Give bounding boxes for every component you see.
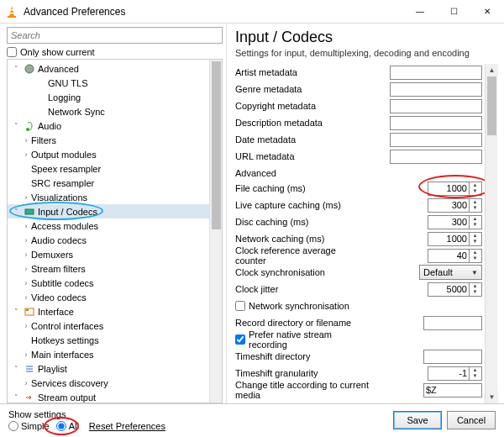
only-show-current-label: Only show current (20, 47, 95, 57)
tree-item-label[interactable]: Playlist (38, 364, 67, 374)
setting-label: Clock jitter (235, 284, 368, 294)
expander-icon[interactable]: › (21, 222, 31, 230)
window-title: Advanced Preferences (24, 6, 403, 18)
tree-item-label[interactable]: Main interfaces (31, 350, 94, 360)
svg-rect-5 (25, 209, 34, 214)
settings-scrollbar[interactable]: ▲ ▼ (485, 64, 497, 403)
timeshift-gran-spinner[interactable]: ▲▼ (428, 366, 482, 381)
tree-item-label[interactable]: Speex resampler (31, 164, 101, 174)
expander-icon[interactable]: ˅ (11, 208, 21, 216)
expander-icon[interactable]: ˅ (11, 308, 21, 316)
tree-item-label[interactable]: Subtitle codecs (31, 278, 94, 288)
expander-icon[interactable]: › (21, 236, 31, 245)
tree-scrollbar[interactable] (209, 60, 222, 403)
tree-item-label[interactable]: Output modules (31, 150, 97, 160)
copyright-metadata-input[interactable] (390, 99, 482, 113)
url-metadata-input[interactable] (390, 150, 482, 164)
interface-icon (24, 306, 35, 318)
reset-preferences-link[interactable]: Reset Preferences (89, 421, 165, 431)
setting-label: Date metadata (235, 134, 368, 145)
tree-item-label[interactable]: Visualizations (31, 192, 87, 203)
tree-item-label[interactable]: Stream output (38, 392, 96, 403)
setting-label: Disc caching (ms) (235, 217, 368, 227)
close-button[interactable]: ✕ (470, 0, 504, 24)
cancel-button[interactable]: Cancel (447, 411, 496, 429)
only-show-current-checkbox[interactable] (7, 47, 17, 57)
svg-rect-0 (8, 16, 16, 18)
expander-icon[interactable]: ˅ (11, 365, 21, 373)
panel-subtitle: Settings for input, demultiplexing, deco… (235, 48, 497, 58)
save-button[interactable]: Save (393, 411, 442, 429)
chevron-down-icon: ▼ (471, 269, 478, 276)
gear-icon (24, 63, 35, 75)
expander-icon[interactable]: › (21, 279, 31, 287)
expander-icon[interactable]: ˅ (11, 122, 21, 130)
expander-icon[interactable]: › (21, 293, 31, 302)
svg-rect-1 (10, 9, 13, 11)
expander-icon[interactable]: ˅ (11, 65, 21, 73)
clock-ref-avg-spinner[interactable]: ▲▼ (428, 249, 482, 263)
live-capture-caching-spinner[interactable]: ▲▼ (428, 198, 482, 213)
setting-label: Change title according to current media (235, 380, 393, 400)
disc-caching-spinner[interactable]: ▲▼ (428, 215, 482, 229)
svg-rect-2 (10, 13, 14, 14)
clock-sync-select[interactable]: Default▼ (419, 265, 482, 280)
preferences-tree[interactable]: ˅Advanced GNU TLS Logging Network Sync ˅… (7, 59, 223, 403)
clock-jitter-spinner[interactable]: ▲▼ (428, 282, 482, 297)
prefer-native-checkbox[interactable] (235, 334, 245, 345)
expander-icon[interactable]: › (21, 379, 31, 387)
network-sync-checkbox[interactable] (235, 301, 245, 311)
scroll-up-icon[interactable]: ▲ (486, 64, 498, 76)
file-caching-spinner[interactable]: ▲▼ (428, 182, 482, 196)
tree-item-label[interactable]: Advanced (38, 64, 79, 74)
expander-icon[interactable]: › (21, 350, 31, 359)
playlist-icon (24, 363, 35, 375)
change-title-input[interactable] (423, 383, 482, 398)
timeshift-dir-input[interactable] (423, 350, 482, 364)
tree-item-label[interactable]: Stream filters (31, 264, 86, 274)
expander-icon[interactable]: ˅ (11, 393, 21, 402)
tree-item-label[interactable]: Audio codecs (31, 235, 87, 245)
tree-item-label[interactable]: Video codecs (31, 292, 87, 303)
search-input[interactable] (7, 27, 223, 44)
tree-item-label[interactable]: Access modules (31, 221, 98, 231)
expander-icon[interactable]: › (21, 193, 31, 202)
svg-point-3 (25, 65, 34, 73)
setting-label: Artist metadata (235, 67, 368, 77)
tree-item-label[interactable]: Control interfaces (31, 321, 103, 331)
scroll-down-icon[interactable]: ▼ (486, 391, 498, 403)
tree-item-label[interactable]: Network Sync (48, 107, 105, 117)
expander-icon[interactable]: › (21, 250, 31, 259)
tree-item-label[interactable]: SRC resampler (31, 178, 94, 188)
setting-label: Timeshift directory (235, 351, 368, 361)
tree-item-label[interactable]: Interface (38, 307, 74, 317)
tree-item-label[interactable]: Demuxers (31, 250, 73, 260)
description-metadata-input[interactable] (390, 116, 482, 130)
tree-item-input-codecs[interactable]: Input / Codecs (38, 207, 97, 217)
codec-icon (24, 206, 35, 218)
expander-icon[interactable]: › (21, 265, 31, 273)
tree-item-label[interactable]: Logging (48, 92, 81, 103)
panel-title: Input / Codecs (235, 29, 497, 46)
expander-icon[interactable]: › (21, 322, 31, 330)
tree-item-label[interactable]: Services discovery (31, 378, 108, 388)
setting-label: Timeshift granularity (235, 368, 368, 378)
network-caching-spinner[interactable]: ▲▼ (428, 232, 482, 246)
expander-icon[interactable]: › (21, 136, 31, 145)
date-metadata-input[interactable] (390, 133, 482, 147)
maximize-button[interactable]: ☐ (437, 0, 470, 24)
expander-icon[interactable]: › (21, 150, 31, 159)
tree-item-label[interactable]: Filters (31, 135, 56, 145)
tree-item-label[interactable]: GNU TLS (48, 78, 87, 88)
simple-radio[interactable] (8, 421, 18, 431)
all-radio[interactable] (56, 421, 66, 431)
record-dir-input[interactable] (423, 316, 482, 330)
section-header: Advanced (235, 168, 497, 178)
setting-label: Live capture caching (ms) (235, 200, 368, 210)
minimize-button[interactable]: — (403, 0, 437, 24)
artist-metadata-input[interactable] (390, 66, 482, 80)
tree-item-label[interactable]: Hotkeys settings (31, 335, 99, 345)
genre-metadata-input[interactable] (390, 82, 482, 97)
setting-label: Clock reference average counter (235, 245, 368, 266)
tree-item-label[interactable]: Audio (38, 121, 61, 131)
